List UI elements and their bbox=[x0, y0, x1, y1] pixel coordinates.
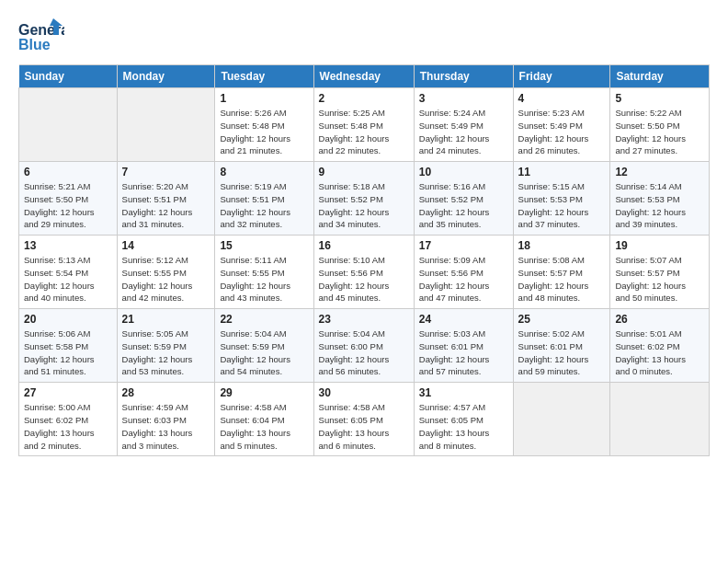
calendar-cell: 6Sunrise: 5:21 AM Sunset: 5:50 PM Daylig… bbox=[19, 162, 118, 236]
calendar-cell: 28Sunrise: 4:59 AM Sunset: 6:03 PM Dayli… bbox=[117, 383, 215, 456]
day-info: Sunrise: 5:16 AM Sunset: 5:52 PM Dayligh… bbox=[419, 180, 508, 231]
day-info: Sunrise: 5:21 AM Sunset: 5:50 PM Dayligh… bbox=[24, 180, 112, 231]
calendar-cell: 26Sunrise: 5:01 AM Sunset: 6:02 PM Dayli… bbox=[610, 309, 710, 383]
day-info: Sunrise: 5:20 AM Sunset: 5:51 PM Dayligh… bbox=[122, 180, 210, 231]
calendar-cell: 19Sunrise: 5:07 AM Sunset: 5:57 PM Dayli… bbox=[610, 236, 710, 309]
day-number: 7 bbox=[122, 166, 210, 178]
logo: General Blue bbox=[18, 17, 129, 55]
day-number: 4 bbox=[518, 92, 606, 105]
day-number: 15 bbox=[220, 239, 308, 252]
calendar-table: SundayMondayTuesdayWednesdayThursdayFrid… bbox=[18, 64, 710, 456]
day-info: Sunrise: 5:09 AM Sunset: 5:56 PM Dayligh… bbox=[419, 254, 508, 304]
day-info: Sunrise: 4:58 AM Sunset: 6:04 PM Dayligh… bbox=[220, 401, 308, 452]
day-number: 13 bbox=[24, 239, 112, 252]
weekday-header: Saturday bbox=[610, 65, 710, 88]
day-number: 24 bbox=[419, 313, 508, 326]
day-number: 27 bbox=[24, 386, 112, 399]
day-info: Sunrise: 5:10 AM Sunset: 5:56 PM Dayligh… bbox=[319, 254, 409, 304]
day-info: Sunrise: 5:02 AM Sunset: 6:01 PM Dayligh… bbox=[518, 327, 606, 378]
day-info: Sunrise: 5:08 AM Sunset: 5:57 PM Dayligh… bbox=[518, 254, 606, 304]
calendar-cell bbox=[513, 383, 610, 456]
day-number: 26 bbox=[615, 313, 704, 326]
day-info: Sunrise: 5:24 AM Sunset: 5:49 PM Dayligh… bbox=[419, 107, 508, 157]
calendar-week-row: 27Sunrise: 5:00 AM Sunset: 6:02 PM Dayli… bbox=[19, 383, 710, 456]
calendar-cell: 23Sunrise: 5:04 AM Sunset: 6:00 PM Dayli… bbox=[313, 309, 414, 383]
calendar-week-row: 6Sunrise: 5:21 AM Sunset: 5:50 PM Daylig… bbox=[19, 162, 710, 236]
day-number: 18 bbox=[518, 239, 606, 252]
day-number: 28 bbox=[122, 386, 210, 399]
calendar-cell: 15Sunrise: 5:11 AM Sunset: 5:55 PM Dayli… bbox=[215, 236, 313, 309]
day-number: 17 bbox=[419, 239, 508, 252]
calendar-cell: 13Sunrise: 5:13 AM Sunset: 5:54 PM Dayli… bbox=[19, 236, 118, 309]
day-info: Sunrise: 5:13 AM Sunset: 5:54 PM Dayligh… bbox=[24, 254, 112, 304]
day-info: Sunrise: 5:12 AM Sunset: 5:55 PM Dayligh… bbox=[122, 254, 210, 304]
day-info: Sunrise: 5:19 AM Sunset: 5:51 PM Dayligh… bbox=[220, 180, 308, 231]
calendar-cell: 10Sunrise: 5:16 AM Sunset: 5:52 PM Dayli… bbox=[414, 162, 513, 236]
weekday-header-row: SundayMondayTuesdayWednesdayThursdayFrid… bbox=[19, 65, 710, 88]
day-number: 8 bbox=[220, 166, 308, 178]
calendar-cell: 14Sunrise: 5:12 AM Sunset: 5:55 PM Dayli… bbox=[117, 236, 215, 309]
calendar-cell: 16Sunrise: 5:10 AM Sunset: 5:56 PM Dayli… bbox=[313, 236, 414, 309]
day-number: 1 bbox=[220, 92, 308, 105]
day-info: Sunrise: 5:11 AM Sunset: 5:55 PM Dayligh… bbox=[220, 254, 308, 304]
page: General Blue SundayMondayTuesdayWednesda… bbox=[0, 0, 728, 465]
day-info: Sunrise: 4:57 AM Sunset: 6:05 PM Dayligh… bbox=[419, 401, 508, 452]
day-number: 19 bbox=[615, 239, 704, 252]
day-number: 30 bbox=[319, 386, 409, 399]
weekday-header: Thursday bbox=[414, 65, 513, 88]
day-info: Sunrise: 5:04 AM Sunset: 5:59 PM Dayligh… bbox=[220, 327, 308, 378]
calendar-cell: 24Sunrise: 5:03 AM Sunset: 6:01 PM Dayli… bbox=[414, 309, 513, 383]
day-number: 6 bbox=[24, 166, 112, 178]
day-number: 11 bbox=[518, 166, 606, 178]
day-info: Sunrise: 5:15 AM Sunset: 5:53 PM Dayligh… bbox=[518, 180, 606, 231]
calendar-cell: 18Sunrise: 5:08 AM Sunset: 5:57 PM Dayli… bbox=[513, 236, 610, 309]
calendar-cell: 11Sunrise: 5:15 AM Sunset: 5:53 PM Dayli… bbox=[513, 162, 610, 236]
calendar-cell: 5Sunrise: 5:22 AM Sunset: 5:50 PM Daylig… bbox=[610, 88, 710, 162]
day-number: 2 bbox=[319, 92, 409, 105]
calendar-cell bbox=[610, 383, 710, 456]
weekday-header: Wednesday bbox=[313, 65, 414, 88]
day-info: Sunrise: 5:01 AM Sunset: 6:02 PM Dayligh… bbox=[615, 327, 704, 378]
calendar-cell: 8Sunrise: 5:19 AM Sunset: 5:51 PM Daylig… bbox=[215, 162, 313, 236]
day-info: Sunrise: 5:22 AM Sunset: 5:50 PM Dayligh… bbox=[615, 107, 704, 157]
day-number: 10 bbox=[419, 166, 508, 178]
calendar-cell: 21Sunrise: 5:05 AM Sunset: 5:59 PM Dayli… bbox=[117, 309, 215, 383]
day-number: 3 bbox=[419, 92, 508, 105]
calendar-week-row: 13Sunrise: 5:13 AM Sunset: 5:54 PM Dayli… bbox=[19, 236, 710, 309]
calendar-cell: 25Sunrise: 5:02 AM Sunset: 6:01 PM Dayli… bbox=[513, 309, 610, 383]
day-info: Sunrise: 5:00 AM Sunset: 6:02 PM Dayligh… bbox=[24, 401, 112, 452]
day-number: 16 bbox=[319, 239, 409, 252]
day-info: Sunrise: 5:07 AM Sunset: 5:57 PM Dayligh… bbox=[615, 254, 704, 304]
day-info: Sunrise: 5:23 AM Sunset: 5:49 PM Dayligh… bbox=[518, 107, 606, 157]
calendar-cell: 9Sunrise: 5:18 AM Sunset: 5:52 PM Daylig… bbox=[313, 162, 414, 236]
day-number: 5 bbox=[615, 92, 704, 105]
day-number: 31 bbox=[419, 386, 508, 399]
day-number: 14 bbox=[122, 239, 210, 252]
calendar-cell: 31Sunrise: 4:57 AM Sunset: 6:05 PM Dayli… bbox=[414, 383, 513, 456]
day-info: Sunrise: 5:25 AM Sunset: 5:48 PM Dayligh… bbox=[319, 107, 409, 157]
day-info: Sunrise: 4:59 AM Sunset: 6:03 PM Dayligh… bbox=[122, 401, 210, 452]
day-info: Sunrise: 5:04 AM Sunset: 6:00 PM Dayligh… bbox=[319, 327, 409, 378]
day-info: Sunrise: 5:05 AM Sunset: 5:59 PM Dayligh… bbox=[122, 327, 210, 378]
day-number: 25 bbox=[518, 313, 606, 326]
calendar-cell bbox=[19, 88, 118, 162]
calendar-cell: 27Sunrise: 5:00 AM Sunset: 6:02 PM Dayli… bbox=[19, 383, 118, 456]
calendar-week-row: 20Sunrise: 5:06 AM Sunset: 5:58 PM Dayli… bbox=[19, 309, 710, 383]
header: General Blue bbox=[18, 17, 710, 55]
calendar-cell: 4Sunrise: 5:23 AM Sunset: 5:49 PM Daylig… bbox=[513, 88, 610, 162]
day-number: 23 bbox=[319, 313, 409, 326]
calendar-cell: 29Sunrise: 4:58 AM Sunset: 6:04 PM Dayli… bbox=[215, 383, 313, 456]
day-info: Sunrise: 5:18 AM Sunset: 5:52 PM Dayligh… bbox=[319, 180, 409, 231]
weekday-header: Sunday bbox=[19, 65, 118, 88]
day-info: Sunrise: 5:26 AM Sunset: 5:48 PM Dayligh… bbox=[220, 107, 308, 157]
day-number: 22 bbox=[220, 313, 308, 326]
calendar-cell: 7Sunrise: 5:20 AM Sunset: 5:51 PM Daylig… bbox=[117, 162, 215, 236]
weekday-header: Monday bbox=[117, 65, 215, 88]
calendar-cell: 22Sunrise: 5:04 AM Sunset: 5:59 PM Dayli… bbox=[215, 309, 313, 383]
svg-text:Blue: Blue bbox=[18, 37, 51, 52]
calendar-cell: 1Sunrise: 5:26 AM Sunset: 5:48 PM Daylig… bbox=[215, 88, 313, 162]
calendar-cell bbox=[117, 88, 215, 162]
calendar-week-row: 1Sunrise: 5:26 AM Sunset: 5:48 PM Daylig… bbox=[19, 88, 710, 162]
calendar-cell: 3Sunrise: 5:24 AM Sunset: 5:49 PM Daylig… bbox=[414, 88, 513, 162]
logo-svg: General Blue bbox=[18, 17, 64, 55]
